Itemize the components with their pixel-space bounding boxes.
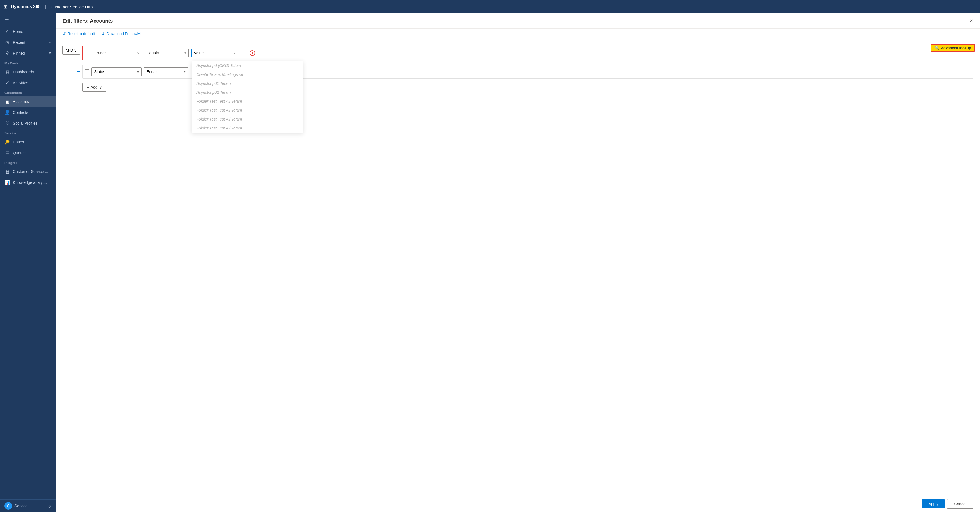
value-chevron-1: ∨	[233, 51, 235, 55]
sidebar-item-dashboards-label: Dashboards	[13, 70, 34, 74]
sidebar-item-cases[interactable]: 🔑 Cases	[0, 136, 56, 147]
recent-chevron: ∨	[49, 40, 51, 45]
contacts-icon: 👤	[5, 110, 10, 115]
section-service: Service	[0, 129, 56, 136]
hamburger-icon[interactable]: ☰	[0, 13, 56, 26]
filter-checkbox-1[interactable]	[85, 51, 89, 55]
dashboards-icon: ▦	[5, 69, 10, 75]
value-dropdown: Asynctonpd (OBO) Tetam Create Tetam: Mne…	[191, 61, 303, 133]
add-button[interactable]: + Add ∨	[82, 83, 106, 91]
modal-header: Edit filters: Accounts ✕	[56, 13, 980, 29]
accounts-icon: ▣	[5, 99, 10, 104]
sidebar-item-contacts[interactable]: 👤 Contacts	[0, 107, 56, 118]
add-chevron: ∨	[99, 85, 102, 89]
sidebar-item-queues[interactable]: ▤ Queues	[0, 147, 56, 158]
edit-filters-modal: Edit filters: Accounts ✕ ↺ Reset to defa…	[56, 13, 980, 512]
sidebar-item-queues-label: Queues	[13, 151, 27, 155]
queues-icon: ▤	[5, 150, 10, 155]
modal-footer: Apply Cancel	[56, 496, 980, 512]
reset-label: Reset to default	[67, 32, 95, 36]
condition-select-1[interactable]: Equals ∨	[144, 49, 189, 57]
pinned-chevron: ∨	[49, 51, 51, 55]
filter-rows: Owner ∨ Equals ∨ Value ∨ Asynctonpd (OBO…	[82, 46, 973, 91]
cancel-button[interactable]: Cancel	[947, 499, 973, 509]
field-chevron-2: ∨	[137, 70, 139, 74]
section-customers: Customers	[0, 88, 56, 96]
modal-close-button[interactable]: ✕	[969, 18, 973, 24]
knowledge-icon: 📊	[5, 180, 10, 185]
top-bar: ⊞ Dynamics 365 | Customer Service Hub	[0, 0, 980, 13]
sidebar-item-customer-service[interactable]: ▦ Customer Service ...	[0, 166, 56, 177]
sidebar-item-dashboards[interactable]: ▦ Dashboards	[0, 66, 56, 77]
advanced-lookup-label: Advanced lookup	[941, 46, 971, 50]
sidebar-item-knowledge[interactable]: 📊 Knowledge analyt...	[0, 177, 56, 188]
recent-icon: ◷	[5, 40, 10, 45]
app-title: Dynamics 365	[11, 4, 41, 9]
title-separator: |	[45, 5, 46, 9]
dropdown-item-1[interactable]: Create Tetam: Mnetings nil	[192, 70, 303, 79]
sidebar-item-home[interactable]: ⌂ Home	[0, 26, 56, 37]
sidebar-bottom-nav[interactable]: S Service ◇	[0, 499, 56, 512]
condition-chevron-1: ∨	[184, 51, 186, 55]
sidebar-item-knowledge-label: Knowledge analyt...	[13, 180, 47, 185]
sidebar-item-activities-label: Activities	[13, 81, 28, 85]
activities-icon: ✓	[5, 80, 10, 85]
condition-select-2[interactable]: Equals ∨	[144, 67, 188, 76]
grid-icon[interactable]: ⊞	[3, 4, 8, 10]
value-select-1[interactable]: Value ∨ Asynctonpd (OBO) Tetam Create Te…	[191, 49, 239, 57]
condition-select-1-value: Equals	[146, 51, 159, 55]
field-select-2-value: Status	[94, 70, 105, 74]
social-profiles-icon: ♡	[5, 121, 10, 126]
sidebar-item-home-label: Home	[13, 29, 23, 34]
field-select-2[interactable]: Status ∨	[91, 67, 142, 76]
pin-icon: ⚲	[5, 51, 10, 56]
sidebar-item-accounts-label: Accounts	[13, 99, 29, 104]
and-chevron: ∨	[74, 48, 77, 53]
sidebar-item-activities[interactable]: ✓ Activities	[0, 77, 56, 88]
dropdown-item-3[interactable]: Asynctonpd2 Tetam	[192, 88, 303, 97]
nav-icon: ◇	[48, 504, 51, 508]
field-select-1[interactable]: Owner ∨	[92, 49, 142, 57]
info-icon-1: !	[250, 50, 255, 56]
dropdown-item-7[interactable]: Foldler Test Test All Tetam	[192, 124, 303, 132]
advanced-lookup-icon: 🔍	[935, 46, 939, 50]
modal-body: AND ∨ Owner ∨ Equals ∨	[56, 39, 980, 496]
sidebar-item-pinned[interactable]: ⚲ Pinned ∨	[0, 48, 56, 59]
and-group: AND ∨ Owner ∨ Equals ∨	[62, 46, 973, 91]
apply-button[interactable]: Apply	[922, 499, 945, 508]
sidebar-item-cases-label: Cases	[13, 140, 24, 144]
condition-chevron-2: ∨	[184, 70, 186, 74]
dropdown-item-4[interactable]: Foldler Test Test All Tetam	[192, 97, 303, 106]
dropdown-item-0[interactable]: Asynctonpd (OBO) Tetam	[192, 61, 303, 70]
filter-row-1: Owner ∨ Equals ∨ Value ∨ Asynctonpd (OBO…	[82, 46, 973, 60]
add-icon: +	[86, 85, 89, 89]
and-label: AND	[65, 48, 73, 53]
modal-toolbar: ↺ Reset to default ⬇ Download FetchXML	[56, 29, 980, 39]
cases-icon: 🔑	[5, 139, 10, 145]
advanced-lookup-button[interactable]: 🔍 Advanced lookup	[931, 44, 975, 52]
value-select-1-value: Value	[194, 51, 204, 55]
download-icon: ⬇	[102, 32, 105, 36]
filter-more-button-1[interactable]: …	[240, 49, 247, 57]
sidebar: ☰ ⌂ Home ◷ Recent ∨ ⚲ Pinned ∨ My Work ▦…	[0, 13, 56, 512]
filter-checkbox-2[interactable]	[85, 70, 89, 74]
dropdown-item-5[interactable]: Foldler Test Test All Tetam	[192, 106, 303, 115]
connector-line	[77, 53, 81, 53]
sidebar-item-recent[interactable]: ◷ Recent ∨	[0, 37, 56, 48]
modal-title: Edit filters: Accounts	[62, 18, 113, 24]
sidebar-item-social-profiles[interactable]: ♡ Social Profiles	[0, 118, 56, 129]
add-label: Add	[91, 85, 98, 89]
sidebar-item-recent-label: Recent	[13, 40, 25, 45]
reset-to-default-button[interactable]: ↺ Reset to default	[62, 32, 95, 36]
field-chevron-1: ∨	[137, 51, 139, 55]
dropdown-item-6[interactable]: Foldler Test Test All Tetam	[192, 115, 303, 124]
dropdown-item-2[interactable]: Asynctonpd1 Tetam	[192, 79, 303, 88]
avatar: S	[5, 502, 12, 510]
download-fetchxml-button[interactable]: ⬇ Download FetchXML	[102, 32, 143, 36]
and-badge[interactable]: AND ∨	[62, 46, 80, 55]
reset-icon: ↺	[62, 32, 66, 36]
sidebar-item-contacts-label: Contacts	[13, 110, 28, 115]
sidebar-item-accounts[interactable]: ▣ Accounts	[0, 96, 56, 107]
field-select-1-value: Owner	[94, 51, 106, 55]
section-my-work: My Work	[0, 59, 56, 66]
